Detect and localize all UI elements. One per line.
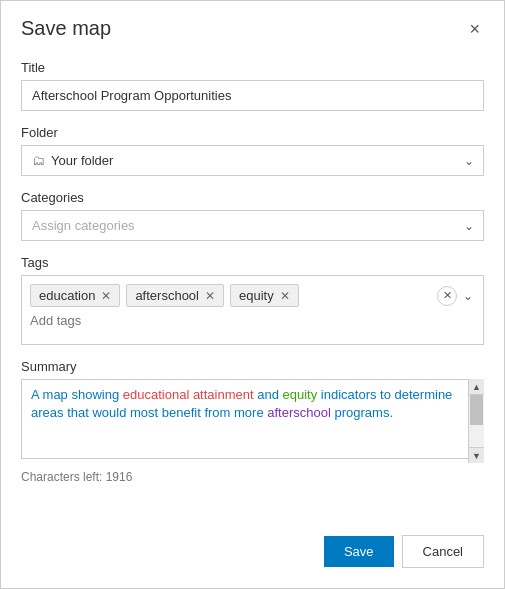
tag-chip-afterschool: afterschool ✕ [126,284,224,307]
folder-select[interactable]: 🗂 Your folder [21,145,484,176]
title-field-group: Title [21,60,484,111]
folder-icon: 🗂 [32,153,45,168]
chars-left: Characters left: 1916 [21,470,484,484]
folder-value: Your folder [51,153,113,168]
title-input[interactable] [21,80,484,111]
summary-wrapper: A map showing educational attainment and… [21,379,484,463]
dialog-title: Save map [21,17,111,40]
dialog-footer: Save Cancel [1,523,504,588]
summary-textarea[interactable] [21,379,484,459]
categories-label: Categories [21,190,484,205]
tags-expand-button[interactable]: ⌄ [461,289,475,303]
tag-text-education: education [39,288,95,303]
close-button[interactable]: × [465,18,484,40]
tags-clear-button[interactable]: ✕ [437,286,457,306]
tag-chip-equity: equity ✕ [230,284,299,307]
summary-label: Summary [21,359,484,374]
tag-remove-afterschool[interactable]: ✕ [205,290,215,302]
tags-container: education ✕ afterschool ✕ equity ✕ [21,275,484,345]
tags-label: Tags [21,255,484,270]
folder-select-wrapper: 🗂 Your folder ⌄ [21,145,484,176]
folder-label: Folder [21,125,484,140]
title-label: Title [21,60,484,75]
categories-select[interactable]: Assign categories [21,210,484,241]
save-map-dialog: Save map × Title Folder 🗂 Your folder ⌄ … [0,0,505,589]
tag-remove-education[interactable]: ✕ [101,290,111,302]
tags-row: education ✕ afterschool ✕ equity ✕ [30,284,475,307]
tag-text-afterschool: afterschool [135,288,199,303]
categories-field-group: Categories Assign categories ⌄ [21,190,484,241]
tags-field-group: Tags education ✕ afterschool ✕ equit [21,255,484,345]
dialog-header: Save map × [1,1,504,50]
dialog-body: Title Folder 🗂 Your folder ⌄ Categories … [1,50,504,523]
tag-remove-equity[interactable]: ✕ [280,290,290,302]
save-button[interactable]: Save [324,536,394,567]
scroll-up-button[interactable]: ▲ [469,379,484,395]
scroll-thumb [470,395,483,425]
add-tags-input[interactable] [30,311,475,330]
scroll-down-button[interactable]: ▼ [469,447,484,463]
tag-text-equity: equity [239,288,274,303]
cancel-button[interactable]: Cancel [402,535,484,568]
categories-select-wrapper: Assign categories ⌄ [21,210,484,241]
folder-field-group: Folder 🗂 Your folder ⌄ [21,125,484,176]
scroll-thumb-area [469,395,484,447]
tag-chip-education: education ✕ [30,284,120,307]
summary-scrollbar: ▲ ▼ [468,379,484,463]
summary-field-group: Summary A map showing educational attain… [21,359,484,484]
